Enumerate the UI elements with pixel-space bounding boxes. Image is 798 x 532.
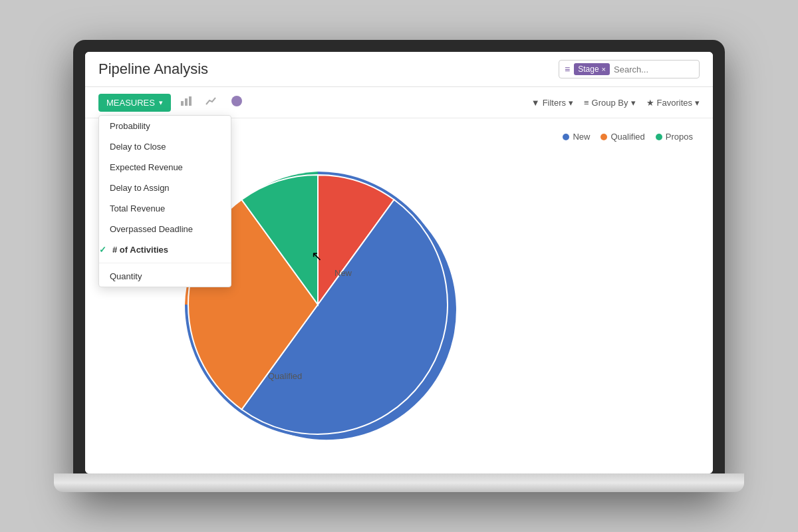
favorites-chevron: ▾ [695,98,700,108]
dropdown-item-quantity[interactable]: Quantity [99,266,231,287]
svg-point-3 [231,96,242,106]
svg-rect-1 [185,98,188,106]
pie-label-new: New [334,268,352,278]
stage-label: Stage [578,65,598,74]
measures-dropdown: Probability Delay to Close Expected Reve… [98,115,231,287]
dropdown-divider [99,263,231,263]
legend-item-proposed: Propos [656,132,693,142]
legend-label-proposed: Propos [666,132,693,142]
stage-tag: Stage × [574,63,610,75]
toolbar: MEASURES [85,87,713,118]
favorites-button[interactable]: ★ Favorites ▾ [646,98,700,108]
laptop-base [54,473,744,492]
dropdown-item-activities[interactable]: # of Activities [99,239,231,260]
measures-button[interactable]: MEASURES [98,94,171,112]
laptop-frame: Pipeline Analysis ≡ Stage × MEASURES [73,40,725,492]
dropdown-item-probability[interactable]: Probability [99,116,231,136]
header-right: ≡ Stage × [559,60,700,78]
filter-icon: ▼ [531,98,540,108]
dropdown-item-delay-assign[interactable]: Delay to Assign [99,178,231,198]
chart-legend: New Qualified Propos [563,132,693,142]
svg-rect-0 [181,101,184,106]
search-input[interactable] [614,65,694,74]
dropdown-item-overpassed[interactable]: Overpassed Deadline [99,219,231,239]
bar-chart-icon [180,96,192,106]
legend-dot-proposed [656,134,662,140]
dropdown-item-total-revenue[interactable]: Total Revenue [99,198,231,219]
pie-label-qualified: Qualified [268,371,302,381]
legend-dot-qualified [600,134,607,140]
page-title: Pipeline Analysis [98,61,208,78]
legend-item-new: New [563,132,590,142]
bar-chart-view-button[interactable] [176,93,196,112]
toolbar-left: MEASURES [98,92,247,112]
group-by-icon: ≡ [584,98,589,108]
toolbar-right: ▼ Filters ▾ ≡ Group By ▾ ★ Favorites ▾ [531,98,700,108]
group-by-chevron: ▾ [631,98,636,108]
filters-button[interactable]: ▼ Filters ▾ [531,98,573,108]
legend-label-new: New [573,132,590,142]
app-header: Pipeline Analysis ≡ Stage × [85,52,713,87]
dropdown-item-delay-close[interactable]: Delay to Close [99,136,231,157]
laptop-screen: Pipeline Analysis ≡ Stage × MEASURES [85,52,713,473]
group-by-button[interactable]: ≡ Group By ▾ [584,98,636,108]
legend-dot-new [563,134,569,140]
pie-chart-view-button[interactable] [227,92,247,112]
stage-filter[interactable]: ≡ Stage × [559,60,700,78]
filters-chevron: ▾ [569,98,573,108]
svg-rect-2 [189,96,192,106]
legend-label-qualified: Qualified [610,132,644,142]
close-tag-button[interactable]: × [602,65,606,73]
line-chart-view-button[interactable] [201,93,221,112]
pie-chart-icon [231,95,243,107]
line-chart-icon [205,96,217,106]
legend-item-qualified: Qualified [600,132,644,142]
filter-lines-icon: ≡ [565,64,570,74]
star-icon: ★ [646,98,654,108]
dropdown-item-expected-revenue[interactable]: Expected Revenue [99,157,231,178]
